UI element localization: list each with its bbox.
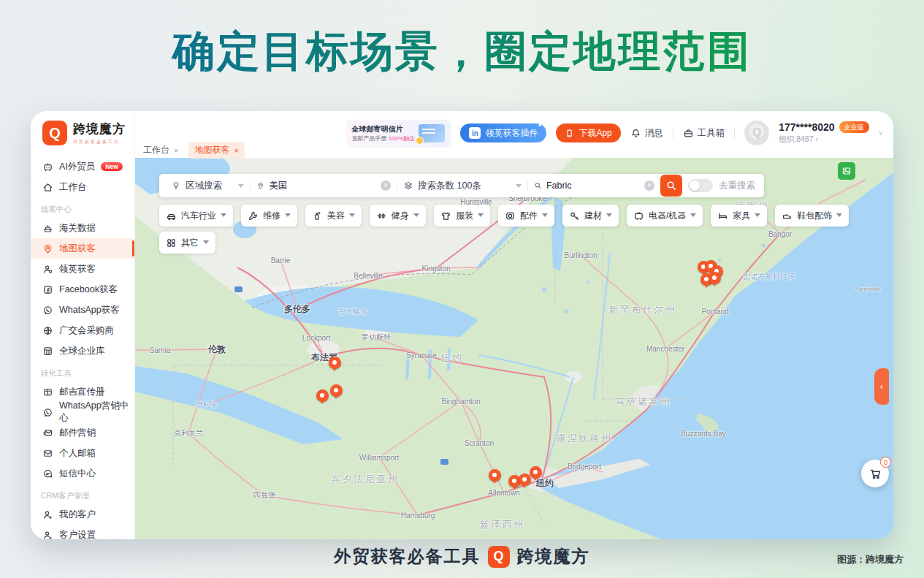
sidebar-item-邮件营销[interactable]: 邮件营销 (31, 422, 134, 443)
chip-label: 其它 (181, 237, 199, 249)
category-chip-row-2: 其它 (159, 232, 215, 254)
whatsapp-icon (42, 305, 53, 316)
brand-logo-icon: Q (42, 121, 67, 145)
sidebar-item-短信中心[interactable]: 短信中心 (31, 463, 134, 484)
location-input[interactable] (269, 180, 376, 191)
sidebar-item-工作台[interactable]: 工作台 (31, 177, 134, 197)
location-field[interactable]: × (251, 174, 397, 197)
area-select-button[interactable] (838, 162, 855, 180)
download-app-button[interactable]: 下载App (556, 123, 620, 142)
postcard-banner[interactable]: 全球邮寄明信片 直邮产品手册 100%触达 (347, 120, 451, 146)
category-chip-家具[interactable]: 家具 (711, 205, 767, 227)
tab-工作台[interactable]: 工作台× (137, 142, 184, 159)
category-chip-美容[interactable]: 美容 (305, 205, 362, 227)
map-pin[interactable] (316, 389, 329, 402)
category-chip-服装[interactable]: 服装 (434, 205, 490, 227)
search-button[interactable] (660, 175, 682, 197)
sidebar-item-AI外贸员[interactable]: AI外贸员New (31, 156, 134, 177)
clear-icon[interactable]: × (381, 180, 391, 191)
category-chip-电器/机器[interactable]: 电器/机器 (627, 205, 703, 227)
result-count-select[interactable]: 搜索条数 100条 (397, 174, 527, 197)
tab-地图获客[interactable]: 地图获客× (188, 142, 244, 159)
account-info[interactable]: 177****8020 企业版 组织:8487 › (779, 121, 868, 145)
sidebar-item-WhatsApp获客[interactable]: WhatsApp获客 (31, 300, 134, 320)
map-pin[interactable] (489, 469, 501, 482)
tshirt-icon (440, 210, 451, 221)
chevron-down-icon (413, 213, 419, 220)
image-credit: 图源：跨境魔方 (837, 553, 904, 566)
sidebar-item-地图获客[interactable]: 地图获客 (31, 238, 134, 259)
sidebar-item-邮吉宣传册[interactable]: 邮吉宣传册 (31, 381, 134, 402)
sidebar-item-领英获客[interactable]: 领英获客 (31, 259, 134, 279)
map-canvas[interactable]: BarrieBellevilleKingstonHuntsvilleSherbr… (135, 158, 893, 539)
sidebar-item-个人邮箱[interactable]: 个人邮箱 (31, 443, 134, 463)
sidebar-section-title: 转化工具 (31, 365, 134, 381)
whatsapp-icon (42, 407, 53, 418)
customer-icon (42, 509, 53, 520)
customs-icon (42, 223, 53, 234)
chevron-down-icon (285, 213, 291, 220)
mail-send-icon (42, 427, 53, 438)
sidebar-item-label: 我的客户 (59, 509, 96, 521)
search-mode-select[interactable]: 区域搜索 (165, 174, 250, 197)
map-pin[interactable] (709, 272, 721, 284)
sidebar-item-广交会采购商[interactable]: 广交会采购商 (31, 320, 134, 341)
sidebar-item-label: WhatsApp获客 (59, 304, 120, 316)
appliance-icon (633, 210, 644, 221)
category-chip-row: 汽车行业维修美容健身服装配件建材电器/机器家具鞋包配饰 (159, 205, 849, 227)
dedupe-toggle[interactable] (688, 179, 713, 192)
category-chip-汽车行业[interactable]: 汽车行业 (159, 205, 233, 227)
wrench-icon (248, 210, 259, 221)
sidebar-item-Facebook获客[interactable]: Facebook获客 (31, 279, 134, 300)
sidebar-item-label: 个人邮箱 (59, 447, 96, 460)
category-chip-配件[interactable]: 配件 (498, 205, 554, 227)
map-pin-icon (42, 243, 53, 254)
robot-icon (42, 161, 53, 172)
chevron-down-icon (238, 184, 244, 191)
map-pin[interactable] (530, 466, 542, 479)
messages-button[interactable]: 消息 (630, 127, 663, 140)
customer-icon (42, 530, 53, 540)
category-chip-建材[interactable]: 建材 (562, 205, 619, 227)
linkedin-icon: in (469, 127, 481, 139)
avatar[interactable]: Q (744, 121, 769, 145)
key-icon (569, 210, 580, 221)
chip-label: 健身 (392, 210, 409, 222)
linkedin-plugin-button[interactable]: in 领英获客插件 ✦ (460, 123, 546, 142)
edition-badge: 企业版 (839, 121, 869, 133)
sidebar-item-WhatsApp营销中心[interactable]: WhatsApp营销中心 (31, 402, 134, 422)
category-chip-其它[interactable]: 其它 (159, 232, 215, 254)
chevron-down-icon (836, 213, 842, 220)
divider (734, 128, 735, 139)
sidebar-item-label: 地图获客 (59, 243, 96, 255)
sidebar-item-客户设置[interactable]: 客户设置 (31, 525, 134, 539)
chevron-down-icon (516, 184, 522, 191)
chevron-down-icon (542, 213, 548, 220)
keyword-input[interactable] (546, 180, 640, 191)
map-pin[interactable] (330, 384, 343, 397)
banner-subtitle: 直邮产品手册 (351, 135, 388, 142)
category-chip-健身[interactable]: 健身 (370, 205, 426, 227)
brand-name: 跨境魔方 (73, 122, 126, 136)
category-chip-维修[interactable]: 维修 (241, 205, 297, 227)
panel-collapse-tab[interactable]: ‹ (874, 368, 889, 405)
category-chip-鞋包配饰[interactable]: 鞋包配饰 (775, 205, 849, 227)
sidebar-item-我的客户[interactable]: 我的客户 (31, 504, 134, 525)
sidebar: Q 跨境魔方 外贸获客必备工具 AI外贸员New工作台线索中心海关数据地图获客领… (31, 111, 135, 539)
map-pin[interactable] (519, 474, 531, 486)
clear-icon[interactable]: × (644, 180, 654, 191)
keyword-field[interactable]: × (528, 174, 660, 197)
toolbox-button[interactable]: 工具箱 (683, 127, 725, 140)
sidebar-item-全球企业库[interactable]: 全球企业库 (31, 341, 134, 361)
chevron-down-icon[interactable]: ˅ (879, 129, 883, 137)
person-icon (42, 264, 53, 275)
image-icon (841, 166, 852, 176)
tab-close-icon[interactable]: × (174, 146, 178, 155)
sidebar-item-海关数据[interactable]: 海关数据 (31, 218, 134, 238)
new-badge: New (101, 162, 122, 171)
map-pin[interactable] (329, 357, 341, 369)
database-icon (42, 346, 53, 357)
cart-button[interactable]: 0 (861, 460, 889, 487)
tab-close-icon[interactable]: × (234, 146, 238, 155)
sidebar-item-label: Facebook获客 (59, 284, 118, 296)
